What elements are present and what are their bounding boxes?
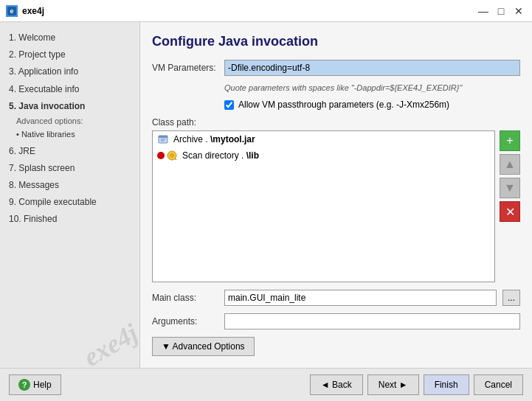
- list-item[interactable]: Archive . \mytool.jar: [153, 131, 494, 147]
- finish-button[interactable]: Finish: [424, 374, 469, 395]
- help-button[interactable]: ? Help: [9, 374, 61, 395]
- list-item[interactable]: Scan directory . \lib: [153, 147, 494, 164]
- classpath-area: Archive . \mytool.jar Scan direct: [152, 130, 520, 282]
- main-class-row: Main class: ...: [152, 290, 520, 306]
- passthrough-checkbox[interactable]: [224, 100, 234, 110]
- classpath-side-buttons: + ▲ ▼ ✕: [495, 130, 520, 282]
- cancel-button[interactable]: Cancel: [474, 374, 523, 395]
- arguments-row: Arguments:: [152, 313, 520, 329]
- app-icon: e: [6, 5, 18, 17]
- scan-item-text: Scan directory . \lib: [182, 150, 259, 161]
- svg-rect-3: [159, 136, 167, 138]
- red-dot-icon: [157, 152, 165, 159]
- minimize-button[interactable]: —: [476, 4, 491, 18]
- title-bar-left: e exe4j: [6, 5, 44, 17]
- title-bar: e exe4j — □ ✕: [0, 0, 532, 22]
- nav-button-group: ◄ Back Next ► Finish Cancel: [310, 374, 523, 395]
- vm-params-label: VM Parameters:: [152, 63, 218, 73]
- sidebar: 1. Welcome 2. Project type 3. Applicatio…: [0, 22, 140, 368]
- main-area: 1. Welcome 2. Project type 3. Applicatio…: [0, 22, 532, 368]
- svg-line-8: [175, 158, 176, 160]
- sidebar-item-compile[interactable]: 9. Compile executable: [6, 194, 134, 211]
- maximize-button[interactable]: □: [494, 4, 508, 18]
- back-button[interactable]: ◄ Back: [310, 374, 363, 395]
- remove-classpath-button[interactable]: ✕: [500, 201, 520, 222]
- content-area: Configure Java invocation VM Parameters:…: [140, 22, 532, 368]
- classpath-section: Class path: Archive . \myt: [152, 117, 520, 282]
- sidebar-item-project-type[interactable]: 2. Project type: [6, 46, 134, 63]
- help-label: Help: [33, 380, 52, 390]
- close-button[interactable]: ✕: [511, 4, 526, 18]
- arguments-label: Arguments:: [152, 316, 218, 327]
- archive-icon: [157, 133, 169, 145]
- sidebar-advanced-label: Advanced options:: [6, 115, 134, 127]
- bottom-bar: ? Help ◄ Back Next ► Finish Cancel: [0, 368, 532, 401]
- move-up-button[interactable]: ▲: [500, 154, 520, 175]
- advanced-options-button[interactable]: ▼ Advanced Options: [152, 337, 255, 356]
- sidebar-item-jre[interactable]: 6. JRE: [6, 143, 134, 160]
- sidebar-item-splash-screen[interactable]: 7. Splash screen: [6, 160, 134, 177]
- main-class-label: Main class:: [152, 293, 218, 303]
- sidebar-item-native-libraries[interactable]: • Native libraries: [6, 127, 134, 143]
- help-icon: ?: [18, 379, 30, 391]
- archive-item-text: Archive . \mytool.jar: [173, 134, 255, 144]
- title-controls: — □ ✕: [476, 4, 526, 18]
- advanced-options-row: ▼ Advanced Options: [152, 337, 520, 356]
- main-class-input[interactable]: [224, 290, 497, 306]
- page-title: Configure Java invocation: [152, 34, 520, 49]
- svg-point-7: [170, 153, 174, 158]
- sidebar-item-welcome[interactable]: 1. Welcome: [6, 29, 134, 46]
- sidebar-item-java-invocation[interactable]: 5. Java invocation: [6, 98, 134, 115]
- move-down-button[interactable]: ▼: [500, 178, 520, 198]
- sidebar-item-finished[interactable]: 10. Finished: [6, 211, 134, 228]
- window-title: exe4j: [22, 6, 44, 16]
- vm-params-row: VM Parameters:: [152, 60, 520, 76]
- classpath-label: Class path:: [152, 117, 520, 128]
- classpath-list[interactable]: Archive . \mytool.jar Scan direct: [152, 130, 495, 282]
- passthrough-checkbox-row: Allow VM passthrough parameters (e.g. -J…: [152, 100, 520, 110]
- watermark: exe4j: [78, 317, 140, 368]
- scan-icon-group: [157, 150, 178, 161]
- vm-params-input[interactable]: [224, 60, 520, 76]
- sidebar-item-application-info[interactable]: 3. Application info: [6, 63, 134, 80]
- svg-text:e: e: [10, 7, 13, 15]
- add-classpath-button[interactable]: +: [500, 130, 520, 151]
- next-button[interactable]: Next ►: [367, 374, 419, 395]
- arguments-input[interactable]: [224, 313, 520, 329]
- browse-main-class-button[interactable]: ...: [502, 290, 520, 306]
- sidebar-item-executable-info[interactable]: 4. Executable info: [6, 81, 134, 98]
- vm-params-hint: Quote parameters with spaces like "-Dapp…: [152, 83, 520, 92]
- passthrough-label: Allow VM passthrough parameters (e.g. -J…: [238, 100, 449, 110]
- sidebar-item-messages[interactable]: 8. Messages: [6, 177, 134, 194]
